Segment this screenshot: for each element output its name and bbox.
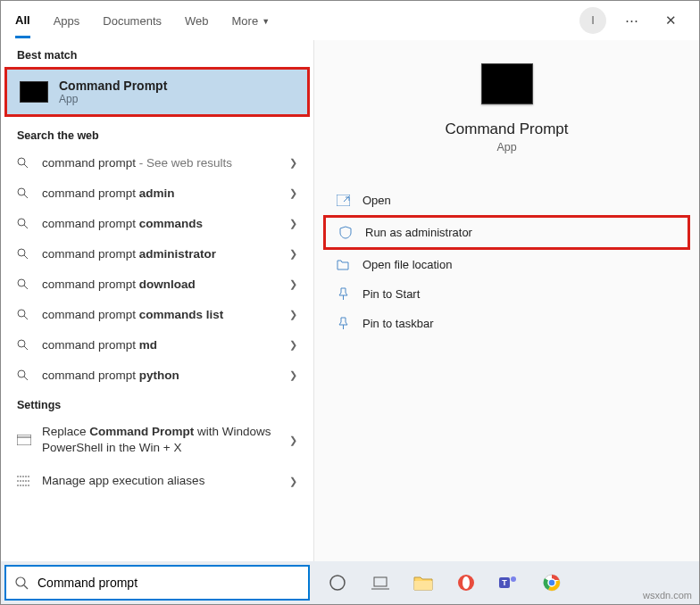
suggestion-text: command prompt download [42, 278, 289, 291]
opera-icon[interactable] [454, 571, 478, 594]
svg-line-9 [24, 286, 28, 289]
settings-text: Replace Command Prompt with Windows Powe… [42, 424, 289, 456]
best-match-item[interactable]: Command Prompt App [4, 67, 310, 117]
svg-point-35 [548, 579, 555, 586]
best-match-title: Command Prompt [59, 79, 167, 93]
suggestion-text: command prompt commands list [42, 308, 289, 321]
chevron-right-icon: ❯ [289, 369, 297, 381]
web-suggestion[interactable]: command prompt md ❯ [1, 329, 313, 360]
search-icon [17, 369, 33, 381]
action-label: Open file location [362, 258, 452, 271]
svg-point-23 [16, 577, 25, 586]
pin-icon [334, 317, 352, 330]
ellipsis-icon[interactable]: ⋯ [617, 6, 646, 35]
search-web-label: Search the web [1, 120, 313, 147]
chevron-right-icon: ❯ [289, 309, 297, 320]
results-pane: Best match Command Prompt App Search the… [1, 40, 313, 561]
web-suggestion[interactable]: command prompt administrator ❯ [1, 238, 313, 269]
best-match-subtitle: App [59, 93, 167, 105]
folder-icon [334, 259, 352, 270]
chevron-down-icon: ▼ [262, 17, 270, 26]
preview-title: Command Prompt [446, 120, 569, 138]
command-prompt-icon [20, 81, 48, 103]
cortana-icon[interactable] [326, 571, 349, 594]
explorer-icon[interactable] [412, 571, 435, 594]
search-input[interactable] [38, 576, 299, 590]
tab-all[interactable]: All [15, 3, 30, 38]
search-icon [17, 157, 33, 169]
svg-point-12 [18, 340, 25, 347]
shield-icon [337, 226, 354, 239]
avatar[interactable]: I [579, 7, 606, 34]
suggestion-text: command prompt python [42, 369, 289, 382]
list-icon [17, 476, 33, 486]
svg-line-13 [24, 346, 28, 350]
search-icon [17, 218, 33, 229]
taskbar: T [1, 561, 699, 604]
svg-point-8 [18, 279, 25, 286]
action-run-administrator[interactable]: Run as administrator [323, 215, 690, 250]
pin-icon [334, 287, 352, 301]
settings-item-replace[interactable]: Replace Command Prompt with Windows Powe… [1, 417, 313, 463]
tab-apps[interactable]: Apps [54, 4, 80, 37]
action-label: Run as administrator [365, 226, 472, 239]
svg-line-15 [24, 377, 28, 380]
action-open[interactable]: Open [323, 186, 690, 215]
svg-point-4 [18, 219, 25, 226]
web-suggestion[interactable]: command prompt commands list ❯ [1, 299, 313, 329]
settings-text: Manage app execution aliases [42, 473, 289, 489]
web-suggestion[interactable]: command prompt download ❯ [1, 269, 313, 299]
web-suggestion[interactable]: command prompt python ❯ [1, 360, 313, 390]
web-suggestion[interactable]: command prompt commands ❯ [1, 208, 313, 238]
suggestion-text: command prompt commands [42, 217, 289, 230]
svg-point-2 [18, 188, 25, 195]
svg-point-6 [18, 249, 25, 256]
preview-pane: Command Prompt App Open Run as administr… [313, 40, 699, 561]
chevron-right-icon: ❯ [289, 339, 297, 351]
svg-line-1 [24, 164, 28, 168]
settings-item-aliases[interactable]: Manage app execution aliases ❯ [1, 463, 313, 499]
svg-rect-16 [17, 435, 31, 445]
action-label: Open [362, 194, 391, 207]
search-icon [17, 248, 33, 260]
chevron-right-icon: ❯ [289, 476, 297, 487]
suggestion-text: command prompt - See web results [42, 156, 289, 170]
svg-line-24 [24, 585, 28, 589]
svg-point-30 [462, 576, 470, 589]
action-label: Pin to taskbar [362, 317, 434, 330]
web-suggestion[interactable]: command prompt - See web results ❯ [1, 147, 313, 178]
chevron-right-icon: ❯ [289, 278, 297, 290]
header-bar: All Apps Documents Web More▼ I ⋯ ✕ [1, 1, 699, 40]
tab-documents[interactable]: Documents [103, 4, 162, 37]
web-suggestion[interactable]: command prompt admin ❯ [1, 178, 313, 208]
action-file-location[interactable]: Open file location [323, 250, 690, 279]
watermark: wsxdn.com [643, 590, 692, 601]
action-pin-taskbar[interactable]: Pin to taskbar [323, 309, 690, 338]
svg-line-5 [24, 225, 28, 228]
settings-icon [17, 435, 33, 445]
chrome-icon[interactable] [540, 571, 563, 594]
svg-point-10 [18, 310, 25, 317]
chevron-right-icon: ❯ [289, 435, 297, 446]
svg-rect-21 [337, 195, 350, 206]
search-icon [17, 339, 33, 351]
tabs: All Apps Documents Web More▼ [15, 3, 579, 38]
search-box[interactable] [4, 565, 310, 601]
search-icon [17, 309, 33, 320]
suggestion-text: command prompt administrator [42, 247, 289, 261]
action-pin-start[interactable]: Pin to Start [323, 279, 690, 309]
search-icon [17, 187, 33, 199]
tab-web[interactable]: Web [185, 4, 209, 37]
close-icon[interactable]: ✕ [656, 6, 685, 35]
chevron-right-icon: ❯ [289, 157, 297, 169]
taskview-icon[interactable] [369, 571, 392, 594]
svg-point-25 [330, 576, 345, 590]
chevron-right-icon: ❯ [289, 218, 297, 229]
open-icon [334, 195, 352, 206]
teams-icon[interactable]: T [497, 571, 521, 594]
svg-point-0 [18, 158, 25, 165]
tab-more[interactable]: More▼ [232, 4, 271, 37]
svg-line-7 [24, 255, 28, 259]
actions-list: Open Run as administrator Open file loca… [314, 186, 699, 338]
preview-subtitle: App [496, 141, 516, 153]
